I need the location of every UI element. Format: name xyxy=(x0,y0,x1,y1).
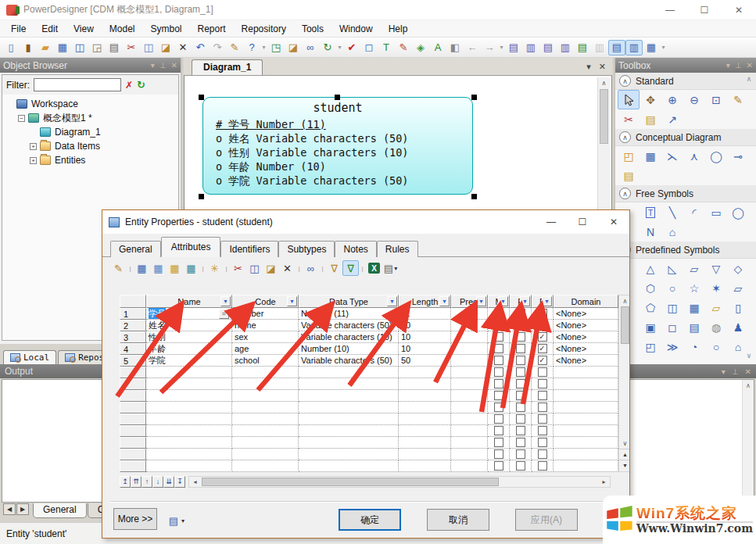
menu-window[interactable]: Window xyxy=(331,21,381,37)
m-checkbox[interactable] xyxy=(494,344,503,353)
cell-domain[interactable]: <None> xyxy=(554,308,618,320)
cell-m[interactable] xyxy=(488,425,510,437)
grid-scroll-up-icon[interactable]: ∧ xyxy=(619,295,630,306)
zoom-out-tool[interactable]: ⊖ xyxy=(683,90,705,109)
selection-handle[interactable] xyxy=(471,194,477,199)
tab-local[interactable]: Local xyxy=(3,350,56,364)
grid-row[interactable] xyxy=(120,437,630,449)
p-checkbox[interactable] xyxy=(516,414,525,424)
cell-length[interactable]: 11 xyxy=(399,308,451,320)
package-tool[interactable]: ◰ xyxy=(618,146,640,166)
collapse-icon[interactable]: ∧ xyxy=(619,131,631,143)
toolbox-scroll-up-icon[interactable]: ∧ xyxy=(743,75,754,84)
dialog-titlebar[interactable]: Entity Properties - student (student) — … xyxy=(102,210,629,234)
octagon-tool[interactable]: ○ xyxy=(661,278,683,298)
cell-p[interactable] xyxy=(510,402,532,413)
cell-code[interactable] xyxy=(232,425,299,437)
m-checkbox[interactable] xyxy=(494,426,503,435)
search-folder-icon[interactable]: ∞ xyxy=(302,40,319,55)
dialog-tab-identifiers[interactable]: Identifiers xyxy=(220,241,278,257)
window-swap-icon[interactable]: ▤ xyxy=(574,40,591,55)
d-checkbox[interactable] xyxy=(538,449,547,459)
rounded-rect-tool[interactable]: ◔ xyxy=(683,337,705,356)
cell-p[interactable] xyxy=(510,413,532,425)
file-object-tool[interactable]: ▤ xyxy=(618,166,640,185)
d-checkbox[interactable] xyxy=(538,391,547,400)
cell-name[interactable] xyxy=(146,449,232,460)
p-checkbox[interactable] xyxy=(516,367,525,377)
cell-name[interactable] xyxy=(146,413,232,425)
undo-icon[interactable]: ↶ xyxy=(192,40,209,55)
rectangle-tool[interactable]: ▭ xyxy=(705,202,727,222)
cell-p[interactable] xyxy=(510,355,532,367)
d-checkbox[interactable] xyxy=(538,426,547,435)
cell-domain[interactable]: <None> xyxy=(554,331,618,343)
grid-row[interactable] xyxy=(120,378,630,390)
m-checkbox[interactable] xyxy=(494,356,503,365)
cell-domain[interactable] xyxy=(554,437,618,449)
dialog-tab-subtypes[interactable]: Subtypes xyxy=(278,241,335,257)
nav-forward-icon[interactable]: → xyxy=(481,40,498,55)
move-row-button[interactable]: ⇈ xyxy=(131,476,142,488)
cell-d[interactable] xyxy=(532,460,554,472)
cell-length[interactable] xyxy=(399,402,451,413)
menu-symbol[interactable]: Symbol xyxy=(143,21,190,37)
cell-d[interactable] xyxy=(532,308,554,320)
cell-preci[interactable] xyxy=(451,402,488,413)
save-icon[interactable]: ▦ xyxy=(54,40,71,55)
cell-data-type[interactable] xyxy=(299,390,399,402)
d-checkbox[interactable] xyxy=(538,367,547,377)
cell-code[interactable] xyxy=(232,402,299,413)
cell-preci[interactable] xyxy=(451,413,488,425)
m-checkbox[interactable] xyxy=(494,332,503,342)
fill-icon[interactable]: ◈ xyxy=(412,40,429,55)
page-shape-tool[interactable]: ▯ xyxy=(727,298,749,317)
panel-menu-icon[interactable]: ▾ xyxy=(151,61,155,70)
row-number[interactable]: 1 xyxy=(120,308,146,320)
brush-icon[interactable]: ✎ xyxy=(395,40,412,55)
cell-p[interactable] xyxy=(510,320,532,331)
circle-tool[interactable]: ○ xyxy=(705,337,727,356)
window-select-icon[interactable]: ▥ xyxy=(522,40,539,55)
tree-expander-icon[interactable]: + xyxy=(30,143,37,150)
grab-tool[interactable]: ✥ xyxy=(640,90,661,109)
cell-p[interactable] xyxy=(510,390,532,402)
cell-d[interactable] xyxy=(532,378,554,390)
output-scrollbar[interactable]: ∧ xyxy=(742,380,754,502)
star-tool[interactable]: ☆ xyxy=(683,278,705,298)
cell-d[interactable] xyxy=(532,343,554,355)
grid-jump-up-icon[interactable]: ▲ xyxy=(619,449,630,460)
menu-report[interactable]: Report xyxy=(190,21,234,37)
cell-code[interactable] xyxy=(232,460,299,472)
column-filter-icon[interactable]: ▼ xyxy=(387,296,397,306)
row-number[interactable] xyxy=(120,367,146,378)
add-rows-gold-icon[interactable]: ▦ xyxy=(167,260,183,276)
row-number[interactable] xyxy=(120,378,146,390)
column-filter-icon[interactable]: ▼ xyxy=(520,296,530,306)
row-number[interactable] xyxy=(120,449,146,460)
m-checkbox[interactable] xyxy=(494,461,503,471)
d-checkbox[interactable] xyxy=(538,309,547,318)
chevron-tool[interactable]: ≫ xyxy=(661,337,683,356)
flip-icon[interactable]: ◧ xyxy=(446,40,464,55)
window-page-icon[interactable]: ▤ xyxy=(539,40,557,55)
polyline-tool[interactable]: N xyxy=(640,222,661,242)
list-layout-button[interactable]: ▤▾ xyxy=(167,513,185,528)
column-header-code[interactable]: Code▼ xyxy=(232,295,299,308)
close-icon[interactable]: ✕ xyxy=(171,61,177,70)
panel-menu-icon[interactable]: ▾ xyxy=(726,61,730,70)
cell-m[interactable] xyxy=(488,378,510,390)
refresh-icon[interactable]: ↻ xyxy=(319,40,336,55)
tree-item-data-items[interactable]: +Data Items xyxy=(2,139,178,153)
cell-length[interactable] xyxy=(399,425,451,437)
cylinder-tool[interactable]: ◍ xyxy=(705,317,727,337)
line-tool[interactable]: ╲ xyxy=(661,202,683,222)
cell-preci[interactable] xyxy=(451,331,488,343)
insert-row-icon[interactable]: ▦ xyxy=(134,260,150,276)
menu-tools[interactable]: Tools xyxy=(294,21,331,37)
cell-name[interactable] xyxy=(146,378,232,390)
cell-d[interactable] xyxy=(532,425,554,437)
cell-domain[interactable]: <None> xyxy=(554,355,618,367)
cell-length[interactable] xyxy=(399,367,451,378)
key-icon[interactable]: ✳ xyxy=(206,260,223,276)
